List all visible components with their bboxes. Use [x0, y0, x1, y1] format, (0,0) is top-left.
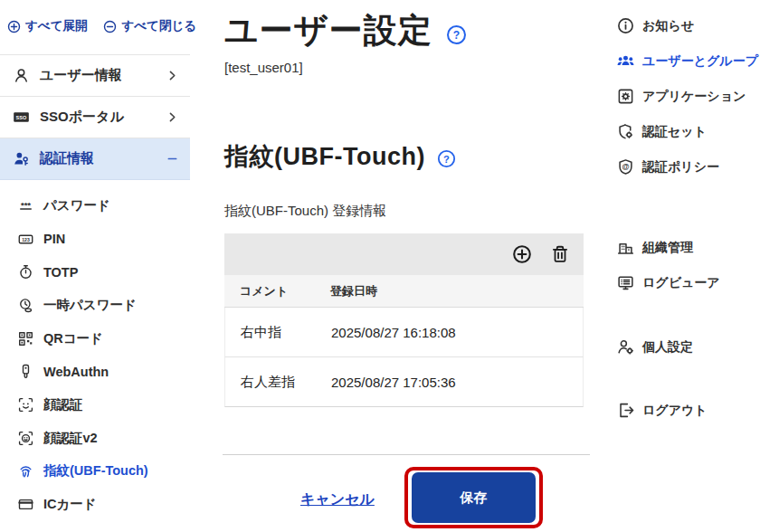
table-row[interactable]: 右中指2025/08/27 16:18:08: [224, 308, 584, 357]
svg-text:?: ?: [443, 153, 450, 164]
right-nav-item[interactable]: 認証セット: [603, 114, 760, 149]
right-nav-item[interactable]: ログビューア: [603, 265, 760, 300]
cell-registered-at: 2025/08/27 17:05:36: [316, 375, 583, 390]
item-label: アプリケーション: [642, 89, 746, 105]
auth-sub-item[interactable]: 顔認証v2: [0, 422, 190, 455]
sidebar-item-sso-portal[interactable]: SSOSSOポータル: [0, 97, 190, 138]
table-body: 右中指2025/08/27 16:18:08右人差指2025/08/27 17:…: [224, 308, 584, 407]
expand-all-label: すべて展開: [25, 18, 87, 34]
right-nav-item[interactable]: 組織管理: [603, 230, 760, 265]
item-label: TOTP: [43, 265, 78, 280]
auth-set-icon: [617, 123, 634, 140]
collapse-all-link[interactable]: すべて閉じる: [103, 18, 196, 34]
chevron-right-icon: [166, 110, 179, 124]
footer-divider: [223, 454, 590, 455]
user-id-subtitle: [test_user01]: [224, 60, 303, 75]
password-icon: ***: [18, 198, 33, 214]
item-label: 認証セット: [642, 124, 707, 140]
right-nav-item[interactable]: お知らせ: [603, 8, 760, 43]
help-icon[interactable]: ?: [446, 24, 467, 45]
auth-sub-item[interactable]: 一時パスワード: [0, 289, 190, 322]
column-header-comment: コメント: [224, 283, 315, 299]
item-label: お知らせ: [642, 18, 694, 34]
item-label: 顔認証v2: [43, 430, 98, 447]
right-nav-item[interactable]: ログアウト: [603, 393, 760, 428]
user-key-icon: [13, 150, 30, 167]
cancel-link[interactable]: キャンセル: [300, 490, 375, 509]
item-label: 一時パスワード: [43, 297, 137, 314]
section-help-icon[interactable]: ?: [437, 149, 456, 168]
chevron-right-icon: [166, 69, 179, 82]
auth-sub-item[interactable]: 顔認証: [0, 388, 190, 422]
qr-code-icon: [18, 331, 33, 347]
sidebar-item-user-info[interactable]: ユーザー情報: [0, 55, 190, 97]
item-label: ICカード: [43, 496, 97, 513]
totp-icon: [18, 264, 33, 280]
personal-settings-icon: [617, 338, 634, 356]
item-label: 認証情報: [40, 150, 94, 167]
right-nav-group: 組織管理ログビューア: [603, 230, 760, 300]
collapse-all-label: すべて閉じる: [121, 18, 196, 34]
main-nav: ユーザー情報SSOSSOポータル認証情報: [0, 54, 190, 180]
auth-sub-item[interactable]: 123PIN: [0, 223, 190, 256]
security-key-icon: [18, 364, 33, 379]
item-label: ログビューア: [642, 275, 720, 291]
item-label: 顔認証: [43, 396, 83, 413]
log-viewer-icon: [617, 274, 634, 291]
item-label: 指紋(UBF-Touch): [43, 462, 148, 480]
page-title: ユーザー設定: [224, 9, 432, 52]
item-label: QRコード: [43, 330, 103, 347]
sidebar-item-auth-info[interactable]: 認証情報: [0, 138, 190, 180]
svg-text:?: ?: [453, 29, 460, 42]
right-nav-item[interactable]: 個人設定: [603, 329, 760, 365]
expand-all-link[interactable]: すべて展開: [7, 18, 87, 34]
right-sidebar: お知らせユーザーとグループアプリケーション認証セット@認証ポリシー組織管理ログビ…: [603, 0, 760, 428]
fingerprint-table: コメント 登録日時 右中指2025/08/27 16:18:08右人差指2025…: [224, 233, 584, 407]
application-icon: [617, 88, 634, 105]
right-nav-item[interactable]: @認証ポリシー: [603, 149, 760, 185]
table-row[interactable]: 右人差指2025/08/27 17:05:36: [224, 357, 584, 407]
fingerprint-icon: [18, 463, 33, 479]
cell-comment: 右中指: [225, 324, 316, 341]
save-button[interactable]: 保存: [412, 472, 536, 523]
auth-sub-item[interactable]: ICカード: [0, 488, 190, 521]
table-toolbar: [224, 233, 584, 275]
temp-password-icon: [18, 298, 33, 313]
item-label: パスワード: [43, 197, 110, 214]
svg-text:@: @: [622, 162, 629, 171]
table-label: 指紋(UBF-Touch) 登録情報: [224, 203, 386, 220]
item-label: ユーザー情報: [40, 67, 122, 84]
right-nav-group: ログアウト: [603, 393, 760, 428]
minus-icon: [166, 152, 179, 166]
item-label: PIN: [43, 232, 65, 246]
users-group-icon: [617, 52, 634, 70]
right-nav-item[interactable]: アプリケーション: [603, 79, 760, 114]
add-icon[interactable]: [512, 244, 532, 264]
auth-sub-nav: ***パスワード123PINTOTP一時パスワードQRコードWebAuthn顔認…: [0, 189, 190, 521]
auth-sub-item[interactable]: WebAuthn: [0, 355, 190, 388]
info-icon: [617, 17, 634, 34]
section-title: 指紋(UBF-Touch): [224, 140, 425, 173]
user-icon: [13, 67, 30, 84]
pin-icon: 123: [18, 232, 33, 247]
plus-circle-icon: [7, 20, 21, 33]
auth-sub-item[interactable]: 指紋(UBF-Touch): [0, 455, 190, 489]
cell-registered-at: 2025/08/27 16:18:08: [316, 325, 583, 340]
auth-sub-item[interactable]: TOTP: [0, 255, 190, 289]
auth-sub-item[interactable]: ***パスワード: [0, 189, 190, 223]
item-label: 個人設定: [642, 339, 693, 356]
sso-icon: SSO: [13, 109, 30, 126]
auth-sub-item[interactable]: QRコード: [0, 322, 190, 356]
page-title-row: ユーザー設定 ?: [224, 9, 467, 52]
right-nav-item[interactable]: ユーザーとグループ: [603, 43, 760, 79]
column-header-date: 登録日時: [315, 283, 584, 299]
svg-text:SSO: SSO: [16, 115, 27, 120]
logout-icon: [617, 402, 634, 419]
click-highlight-annotation: 保存: [404, 467, 543, 528]
auth-policy-icon: @: [617, 158, 634, 176]
section-title-row: 指紋(UBF-Touch) ?: [224, 140, 456, 173]
organization-icon: [617, 239, 634, 256]
left-sidebar: すべて展開 すべて閉じる ユーザー情報SSOSSOポータル認証情報 ***パスワ…: [0, 0, 190, 532]
item-label: ユーザーとグループ: [642, 53, 758, 70]
delete-icon[interactable]: [550, 244, 570, 264]
